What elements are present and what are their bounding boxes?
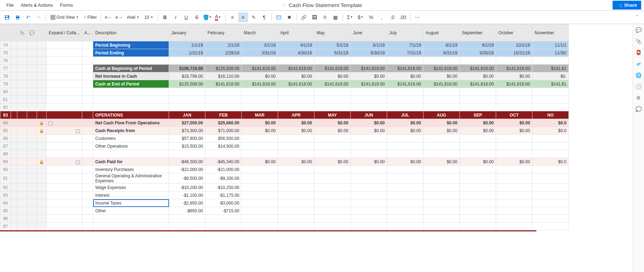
- gutter-cell[interactable]: [27, 119, 37, 127]
- value-cell[interactable]: [314, 88, 351, 96]
- gutter-cell[interactable]: [27, 158, 37, 166]
- expand-cell[interactable]: [47, 96, 82, 104]
- row-number[interactable]: 88: [0, 150, 11, 158]
- value-cell[interactable]: 5/31/19: [314, 49, 351, 57]
- lock-cell[interactable]: [37, 80, 47, 88]
- gutter-cell[interactable]: [11, 65, 17, 72]
- gutter-cell[interactable]: [17, 57, 27, 65]
- a-cell[interactable]: [82, 166, 93, 173]
- row-number[interactable]: 96: [0, 215, 11, 223]
- desc-cell[interactable]: [93, 96, 169, 104]
- decimal-dec-icon[interactable]: .00: [398, 12, 408, 22]
- expand-cell[interactable]: –: [47, 119, 82, 127]
- value-cell[interactable]: [460, 215, 496, 223]
- wrap-icon[interactable]: ¶: [259, 12, 269, 22]
- expand-header[interactable]: Expand / Colla...: [47, 24, 82, 41]
- value-cell[interactable]: $141,618.00: [314, 65, 351, 72]
- widget-icon[interactable]: ▦: [331, 12, 341, 22]
- value-cell[interactable]: $141,618.00: [387, 80, 423, 88]
- expand-cell[interactable]: [47, 49, 82, 57]
- value-cell[interactable]: $0.00: [460, 158, 496, 166]
- expand-cell[interactable]: [47, 57, 82, 65]
- row-number[interactable]: 76: [0, 57, 11, 65]
- value-cell[interactable]: $0.0: [532, 158, 569, 166]
- gutter-cell[interactable]: [17, 207, 27, 215]
- value-cell[interactable]: [387, 166, 423, 173]
- lock-cell[interactable]: [37, 96, 47, 104]
- gutter-cell[interactable]: [11, 166, 17, 173]
- value-cell[interactable]: $0.00: [423, 72, 460, 80]
- value-cell[interactable]: -$1,175.00: [205, 191, 242, 199]
- gutter-cell[interactable]: [11, 88, 17, 96]
- value-cell[interactable]: 9/30/19: [460, 49, 496, 57]
- value-cell[interactable]: [205, 96, 242, 104]
- value-cell[interactable]: $27,000.00: [169, 119, 205, 127]
- image-icon[interactable]: 🖼: [309, 12, 319, 22]
- row-number[interactable]: 82: [0, 104, 11, 111]
- value-cell[interactable]: $0.00: [314, 127, 351, 135]
- rail-attach-icon[interactable]: 📎: [636, 38, 642, 45]
- desc-cell[interactable]: Period Beginning: [93, 41, 169, 49]
- value-cell[interactable]: [314, 135, 351, 142]
- lock-cell[interactable]: [37, 88, 47, 96]
- lock-cell[interactable]: [37, 173, 47, 184]
- lock-cell[interactable]: [37, 135, 47, 142]
- expand-cell[interactable]: [47, 191, 82, 199]
- value-cell[interactable]: 2/28/19: [205, 49, 242, 57]
- value-cell[interactable]: [387, 215, 423, 223]
- value-cell[interactable]: $57,800.00: [169, 135, 205, 142]
- lock-cell[interactable]: [37, 49, 47, 57]
- row-number[interactable]: 78: [0, 72, 11, 80]
- value-cell[interactable]: [387, 173, 423, 184]
- value-cell[interactable]: $0.00: [351, 127, 387, 135]
- menu-file[interactable]: File: [3, 1, 17, 9]
- value-cell[interactable]: [242, 191, 278, 199]
- gutter-cell[interactable]: [17, 127, 27, 135]
- value-cell[interactable]: SEP: [460, 111, 496, 119]
- value-cell[interactable]: [496, 184, 532, 191]
- value-cell[interactable]: [242, 173, 278, 184]
- value-cell[interactable]: [460, 199, 496, 207]
- value-cell[interactable]: $14,500.00: [205, 142, 242, 150]
- value-cell[interactable]: $18,798.00: [169, 72, 205, 80]
- month-header-2[interactable]: March: [242, 24, 278, 41]
- month-header-9[interactable]: October: [496, 24, 532, 41]
- value-cell[interactable]: $141,618.00: [496, 65, 532, 72]
- value-cell[interactable]: [532, 215, 569, 223]
- value-cell[interactable]: [242, 199, 278, 207]
- value-cell[interactable]: [496, 207, 532, 215]
- desc-cell[interactable]: Interest: [93, 191, 169, 199]
- value-cell[interactable]: [169, 150, 205, 158]
- expand-cell[interactable]: [47, 184, 82, 191]
- row-number[interactable]: 92: [0, 184, 11, 191]
- expand-cell[interactable]: [47, 111, 82, 119]
- value-cell[interactable]: 6/30/19: [351, 49, 387, 57]
- expand-cell[interactable]: [47, 173, 82, 184]
- row-number[interactable]: 81: [0, 96, 11, 104]
- underline-icon[interactable]: U: [181, 12, 191, 22]
- value-cell[interactable]: [278, 191, 314, 199]
- value-cell[interactable]: $71,000.00: [205, 127, 242, 135]
- lock-cell[interactable]: [37, 150, 47, 158]
- currency-icon[interactable]: $▼: [356, 12, 366, 22]
- gutter-cell[interactable]: [11, 57, 17, 65]
- gutter-cell[interactable]: [17, 111, 27, 119]
- gutter-cell[interactable]: [27, 49, 37, 57]
- gutter-cell[interactable]: [11, 80, 17, 88]
- value-cell[interactable]: OCT: [496, 111, 532, 119]
- expand-cell[interactable]: [47, 104, 82, 111]
- attach-header[interactable]: 📎: [17, 24, 27, 41]
- row-number[interactable]: 75: [0, 49, 11, 57]
- value-cell[interactable]: 10/31/19: [496, 49, 532, 57]
- row-number[interactable]: 84: [0, 119, 11, 127]
- rail-activity-icon[interactable]: 🕓: [636, 83, 642, 90]
- value-cell[interactable]: $141,618.00: [278, 65, 314, 72]
- value-cell[interactable]: [205, 57, 242, 65]
- a-cell[interactable]: [82, 127, 93, 135]
- value-cell[interactable]: $0.00: [242, 72, 278, 80]
- value-cell[interactable]: [496, 166, 532, 173]
- gutter-cell[interactable]: [17, 49, 27, 57]
- expand-cell[interactable]: [47, 80, 82, 88]
- value-cell[interactable]: [496, 135, 532, 142]
- value-cell[interactable]: $16,110.00: [205, 72, 242, 80]
